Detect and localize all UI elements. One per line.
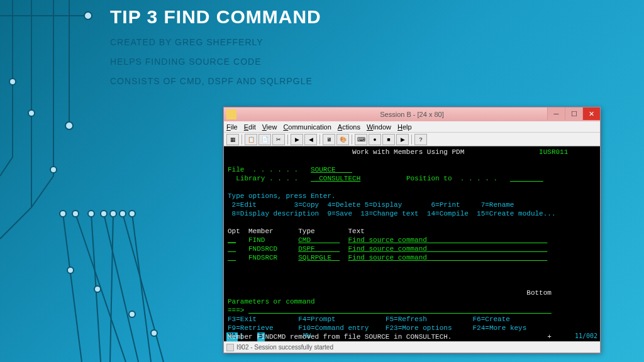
tb-btn-play[interactable]: ▶ bbox=[396, 134, 409, 145]
svg-point-27 bbox=[94, 286, 101, 292]
svg-point-25 bbox=[60, 211, 66, 217]
tb-btn-copy[interactable]: 📋 bbox=[245, 134, 257, 145]
menu-file[interactable]: File bbox=[226, 123, 238, 131]
tb-btn-1[interactable]: ▦ bbox=[226, 134, 239, 145]
col-type: Type bbox=[298, 228, 314, 235]
params-label: Parameters or command bbox=[228, 298, 315, 305]
file-value[interactable]: SOURCE bbox=[311, 166, 352, 173]
tb-btn-color[interactable]: 🎨 bbox=[336, 134, 349, 145]
position-label: Position to . . . . . bbox=[406, 175, 497, 182]
svg-line-14 bbox=[132, 214, 151, 362]
command-input[interactable] bbox=[248, 307, 552, 314]
tb-btn-send[interactable]: ▶ bbox=[291, 134, 303, 145]
f10-key: F10=Command entry bbox=[298, 324, 369, 332]
options-line-2: 8=Display description 9=Save 13=Change t… bbox=[228, 210, 556, 217]
slide-desc-1: HELPS FINDING SOURCE CODE bbox=[110, 57, 644, 67]
menu-help[interactable]: Help bbox=[397, 123, 412, 131]
tb-btn-help[interactable]: ? bbox=[414, 134, 427, 145]
table-row: FNDSRCD DSPF Find source command bbox=[228, 244, 596, 253]
opt-input[interactable] bbox=[228, 254, 236, 261]
tb-btn-paste[interactable]: 📄 bbox=[258, 134, 271, 145]
message-line: Member FINDCMD removed from file SOURCE … bbox=[228, 333, 552, 341]
tb-btn-recv[interactable]: ◀ bbox=[304, 134, 317, 145]
tb-btn-map[interactable]: ⌨ bbox=[355, 134, 367, 145]
f3-key: F3=Exit bbox=[228, 315, 257, 323]
svg-point-17 bbox=[28, 110, 35, 116]
svg-line-12 bbox=[123, 214, 164, 362]
svg-point-24 bbox=[119, 211, 126, 217]
tb-btn-stop[interactable]: ■ bbox=[382, 134, 395, 145]
menu-window[interactable]: Window bbox=[367, 123, 391, 131]
terminal-screen[interactable]: Work with Members Using PDM IUSR011 File… bbox=[224, 146, 600, 332]
svg-point-28 bbox=[129, 311, 135, 317]
opt-input[interactable] bbox=[228, 245, 236, 253]
svg-line-9 bbox=[91, 214, 101, 362]
svg-line-8 bbox=[75, 214, 126, 362]
svg-line-13 bbox=[63, 214, 82, 362]
table-row: FNDSRCR SQLRPGLE Find source command bbox=[228, 253, 596, 262]
command-prompt: ===> bbox=[228, 307, 244, 314]
f5-key: F5=Refresh bbox=[386, 315, 427, 323]
slide-author: CREATED BY GREG SHEFFERLY bbox=[110, 37, 644, 47]
svg-point-19 bbox=[50, 167, 57, 173]
f6-key: F6=Create bbox=[473, 315, 510, 323]
window-title: Session B - [24 x 80] bbox=[380, 111, 444, 118]
svg-line-10 bbox=[104, 214, 138, 362]
svg-point-22 bbox=[101, 211, 107, 217]
titlebar[interactable]: Session B - [24 x 80] ─ ☐ ✕ bbox=[224, 107, 600, 121]
svg-line-11 bbox=[110, 214, 113, 362]
svg-point-30 bbox=[151, 330, 157, 336]
toolbar: ▦ 📋 📄 ✂ ▶ ◀ 🖥 🎨 ⌨ ● ■ ▶ ? bbox=[224, 133, 600, 146]
table-row: __ FIND CMD Find source command bbox=[228, 236, 596, 244]
svg-point-29 bbox=[67, 267, 74, 273]
svg-line-6 bbox=[31, 176, 53, 207]
svg-point-18 bbox=[65, 122, 73, 129]
maximize-button[interactable]: ☐ bbox=[565, 107, 582, 120]
bottom-indicator: Bottom bbox=[526, 289, 552, 297]
menu-actions[interactable]: Actions bbox=[338, 123, 360, 131]
library-value[interactable]: CONSULTECH bbox=[311, 175, 360, 182]
status-icon bbox=[226, 344, 234, 351]
menubar: File Edit View Communication Actions Win… bbox=[224, 121, 600, 133]
svg-point-26 bbox=[129, 211, 135, 217]
tb-btn-rec[interactable]: ● bbox=[369, 134, 381, 145]
f4-key: F4=Prompt bbox=[298, 315, 335, 323]
slide-title: TIP 3 FIND COMMAND bbox=[110, 6, 644, 28]
library-label: Library . . . . bbox=[228, 175, 298, 182]
instructions: Type options, press Enter. bbox=[228, 192, 336, 200]
screen-title: Work with Members Using PDM bbox=[352, 148, 464, 156]
file-label: File . . . . . . bbox=[228, 166, 298, 173]
f23-key: F23=More options bbox=[386, 324, 452, 332]
svg-line-5 bbox=[0, 207, 31, 239]
options-line-1: 2=Edit 3=Copy 4=Delete 5=Display 6=Print… bbox=[228, 201, 514, 209]
app-icon bbox=[226, 109, 236, 119]
col-opt: Opt bbox=[228, 228, 240, 235]
status-bar-2: I902 - Session successfully started bbox=[224, 341, 600, 353]
f9-key: F9=Retrieve bbox=[228, 324, 274, 332]
user-id: IUSR011 bbox=[539, 148, 568, 156]
f24-key: F24=More keys bbox=[473, 324, 527, 332]
slide-desc-2: CONSISTS OF CMD, DSPF AND SQLRPGLE bbox=[110, 76, 644, 86]
opt-input[interactable]: __ bbox=[228, 236, 236, 244]
svg-point-20 bbox=[72, 211, 79, 217]
tb-btn-4[interactable]: ✂ bbox=[272, 134, 285, 145]
menu-edit[interactable]: Edit bbox=[244, 123, 256, 131]
terminal-window: Session B - [24 x 80] ─ ☐ ✕ File Edit Vi… bbox=[223, 107, 601, 353]
svg-point-23 bbox=[110, 211, 116, 217]
menu-communication[interactable]: Communication bbox=[283, 123, 331, 131]
col-text: Text bbox=[348, 228, 364, 235]
position-value[interactable] bbox=[510, 175, 543, 182]
status-message: I902 - Session successfully started bbox=[236, 344, 333, 351]
svg-point-21 bbox=[88, 211, 94, 217]
tb-btn-disp[interactable]: 🖥 bbox=[323, 134, 335, 145]
close-button[interactable]: ✕ bbox=[582, 107, 600, 120]
menu-view[interactable]: View bbox=[262, 123, 277, 131]
svg-line-7 bbox=[0, 157, 13, 176]
minimize-button[interactable]: ─ bbox=[547, 107, 565, 120]
col-member: Member bbox=[248, 228, 274, 235]
